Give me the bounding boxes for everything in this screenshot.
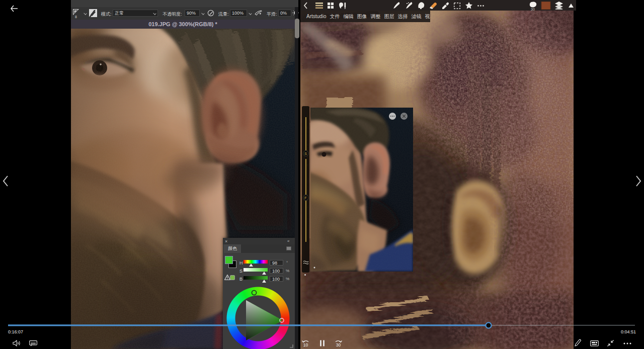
- svg-text:30: 30: [336, 342, 341, 347]
- svg-text:10: 10: [303, 342, 308, 347]
- svg-text:8: 8: [75, 15, 77, 19]
